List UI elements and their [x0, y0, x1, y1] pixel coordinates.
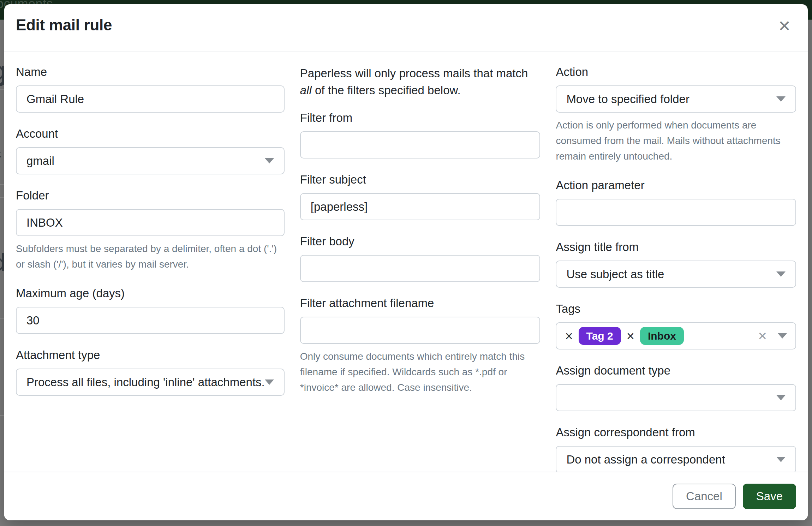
filter-body-input[interactable]: [300, 255, 541, 282]
column-filters: Paperless will only process mails that m…: [300, 65, 541, 487]
field-assign-title-from: Assign title from Use subject as title: [556, 240, 796, 288]
field-folder: Folder Subfolders must be separated by a…: [16, 189, 285, 272]
name-label: Name: [16, 65, 285, 79]
folder-label: Folder: [16, 189, 285, 203]
name-input[interactable]: [16, 85, 285, 113]
action-label: Action: [556, 65, 796, 79]
tags-select[interactable]: × Tag 2 × Inbox ✕: [556, 322, 796, 349]
chevron-down-icon: [265, 158, 274, 163]
filter-subject-input[interactable]: [300, 193, 541, 220]
filter-attachment-filename-input[interactable]: [300, 317, 541, 344]
field-action-parameter: Action parameter: [556, 178, 796, 226]
assign-title-from-label: Assign title from: [556, 240, 796, 254]
filter-from-input[interactable]: [300, 131, 541, 159]
folder-hint: Subfolders must be separated by a delimi…: [16, 241, 285, 272]
folder-input[interactable]: [16, 209, 285, 236]
action-select-value: Move to specified folder: [566, 92, 776, 106]
background-page-fragments: gcdue: [0, 20, 4, 526]
assign-correspondent-from-select[interactable]: Do not assign a correspondent: [556, 446, 796, 473]
filters-intro-text: Paperless will only process mails that m…: [300, 65, 541, 99]
tags-label: Tags: [556, 302, 796, 316]
assign-correspondent-from-select-value: Do not assign a correspondent: [566, 453, 776, 466]
chevron-down-icon: [265, 379, 274, 385]
field-filter-subject: Filter subject: [300, 173, 541, 220]
background-text-fragment: c: [0, 143, 1, 164]
clear-tags-icon[interactable]: ✕: [758, 330, 767, 342]
chevron-down-icon: [776, 395, 786, 400]
field-name: Name: [16, 65, 285, 113]
column-actions: Action Move to specified folder Action i…: [556, 65, 796, 487]
max-age-label: Maximum age (days): [16, 286, 285, 300]
chevron-down-icon: [776, 457, 786, 462]
chevron-down-icon: [778, 333, 787, 339]
field-filter-body: Filter body: [300, 234, 541, 282]
action-select[interactable]: Move to specified folder: [556, 85, 796, 113]
account-select-value: gmail: [26, 154, 265, 168]
background-row-divider: [0, 415, 4, 416]
dialog-header: Edit mail rule ✕: [4, 4, 808, 52]
background-text-fragment: d: [0, 249, 4, 276]
assign-title-from-select-value: Use subject as title: [566, 268, 776, 281]
action-hint: Action is only performed when documents …: [556, 118, 796, 164]
field-filter-from: Filter from: [300, 111, 541, 159]
field-max-age: Maximum age (days): [16, 286, 285, 334]
dialog-footer: Cancel Save: [4, 472, 808, 520]
remove-tag-icon[interactable]: ×: [565, 329, 573, 343]
account-label: Account: [16, 127, 285, 141]
field-account: Account gmail: [16, 127, 285, 174]
background-row-divider: [0, 89, 4, 90]
edit-mail-rule-dialog: Edit mail rule ✕ Name Account gmail Fold…: [4, 4, 808, 520]
assign-document-type-select[interactable]: [556, 384, 796, 411]
attachment-type-select-value: Process all files, including 'inline' at…: [26, 376, 265, 389]
save-button[interactable]: Save: [743, 484, 796, 509]
field-attachment-type: Attachment type Process all files, inclu…: [16, 348, 285, 396]
background-text-fragment: g: [0, 55, 4, 87]
filter-body-label: Filter body: [300, 234, 541, 249]
attachment-type-select[interactable]: Process all files, including 'inline' at…: [16, 369, 285, 396]
background-text-fragment: u: [0, 313, 1, 330]
action-parameter-label: Action parameter: [556, 178, 796, 192]
remove-tag-icon[interactable]: ×: [627, 329, 634, 343]
assign-title-from-select[interactable]: Use subject as title: [556, 261, 796, 288]
filter-from-label: Filter from: [300, 111, 541, 125]
background-row-divider: [0, 197, 4, 198]
column-rule-settings: Name Account gmail Folder Subfolders mus…: [16, 65, 285, 487]
max-age-input[interactable]: [16, 307, 285, 334]
action-parameter-input[interactable]: [556, 199, 796, 226]
chevron-down-icon: [776, 271, 786, 277]
tag-chip: Tag 2: [579, 327, 621, 345]
attachment-type-label: Attachment type: [16, 348, 285, 362]
assign-correspondent-from-label: Assign correspondent from: [556, 425, 796, 440]
cancel-button[interactable]: Cancel: [673, 484, 736, 509]
filter-attachment-filename-label: Filter attachment filename: [300, 296, 541, 310]
account-select[interactable]: gmail: [16, 147, 285, 174]
tag-chip: Inbox: [640, 327, 684, 345]
background-row-divider: [0, 184, 4, 185]
field-filter-attachment-filename: Filter attachment filename Only consume …: [300, 296, 541, 395]
close-icon[interactable]: ✕: [774, 16, 795, 37]
field-assign-correspondent-from: Assign correspondent from Do not assign …: [556, 425, 796, 473]
field-assign-document-type: Assign document type: [556, 364, 796, 411]
assign-document-type-label: Assign document type: [556, 364, 796, 378]
field-tags: Tags × Tag 2 × Inbox ✕: [556, 302, 796, 349]
chevron-down-icon: [776, 96, 786, 102]
filter-attachment-filename-hint: Only consume documents which entirely ma…: [300, 349, 541, 395]
filter-subject-label: Filter subject: [300, 173, 541, 187]
field-action: Action Move to specified folder Action i…: [556, 65, 796, 164]
dialog-body: Name Account gmail Folder Subfolders mus…: [4, 52, 808, 487]
dialog-title: Edit mail rule: [16, 16, 796, 34]
